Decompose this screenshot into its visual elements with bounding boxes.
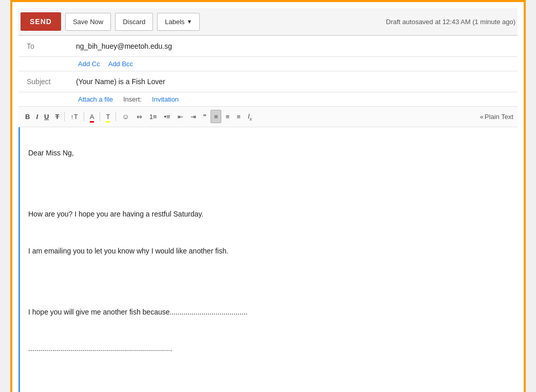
labels-button[interactable]: Labels ▼ (157, 13, 200, 31)
font-size-button[interactable]: ↑T (67, 110, 81, 123)
link-button[interactable]: ⇔ (133, 110, 145, 123)
body-line-3: How are you? I hope you are having a res… (28, 210, 203, 218)
ordered-list-button[interactable]: 1≡ (146, 110, 160, 123)
separator (84, 112, 84, 121)
compose-area: To Add Cc Add Bcc Subject Attach a file … (18, 35, 518, 392)
bold-button[interactable]: B (23, 111, 32, 123)
body-line-7: ........................................… (28, 344, 172, 352)
plain-text-link[interactable]: « Plain Text (480, 113, 513, 121)
indent-more-button[interactable]: ⇥ (187, 110, 199, 123)
emoji-button[interactable]: ☺ (119, 110, 132, 123)
align-left-button[interactable]: ≡ (210, 110, 222, 123)
blockquote-button[interactable]: " (200, 110, 209, 123)
body-line-4: I am emailing you to let you know why I … (28, 247, 228, 255)
underline-button[interactable]: U (42, 111, 51, 123)
chevron-down-icon: ▼ (187, 18, 193, 25)
send-button[interactable]: SEND (21, 12, 61, 31)
draft-status: Draft autosaved at 12:43 AM (1 minute ag… (386, 18, 515, 26)
insert-label: Insert: (123, 95, 142, 103)
text-bg-button[interactable]: T (103, 110, 113, 123)
cc-bcc-row: Add Cc Add Bcc (18, 57, 518, 71)
attach-row: Attach a file Insert: Invitation (18, 92, 518, 107)
email-body[interactable]: Dear Miss Ng, How are you? I hope you ar… (18, 127, 518, 392)
add-cc-link[interactable]: Add Cc (78, 60, 100, 68)
subject-label: Subject (23, 71, 74, 92)
invitation-link[interactable]: Invitation (152, 95, 179, 103)
italic-button[interactable]: I (33, 111, 41, 123)
body-line-6: I hope you will give me another fish bec… (28, 308, 247, 316)
email-compose-window: SEND Save Now Discard Labels ▼ Draft aut… (10, 0, 526, 392)
add-bcc-link[interactable]: Add Bcc (108, 60, 133, 68)
plain-text-label: Plain Text (485, 113, 513, 121)
subject-input[interactable] (74, 71, 513, 92)
separator (100, 112, 100, 121)
align-center-button[interactable]: ≡ (222, 110, 233, 123)
body-line-1: Dear Miss Ng, (28, 149, 74, 157)
remove-format-button[interactable]: Ix (245, 110, 255, 124)
separator (64, 112, 65, 121)
font-color-button[interactable]: A (87, 110, 98, 123)
align-right-button[interactable]: ≡ (234, 110, 244, 123)
strikethrough-button[interactable]: T (52, 111, 62, 123)
save-now-button[interactable]: Save Now (65, 13, 111, 31)
plain-text-arrow: « (480, 113, 484, 121)
indent-less-button[interactable]: ⇤ (175, 110, 186, 123)
to-row: To (18, 36, 518, 57)
toolbar: SEND Save Now Discard Labels ▼ Draft aut… (18, 8, 518, 35)
separator (116, 112, 116, 121)
subject-row: Subject (18, 71, 518, 92)
discard-button[interactable]: Discard (115, 13, 153, 31)
format-toolbar: B I U T ↑T A T ☺ ⇔ 1≡ • (18, 107, 518, 127)
to-label: To (23, 36, 74, 56)
to-input[interactable] (74, 36, 513, 56)
attach-file-link[interactable]: Attach a file (78, 95, 113, 103)
unordered-list-button[interactable]: •≡ (161, 110, 174, 123)
